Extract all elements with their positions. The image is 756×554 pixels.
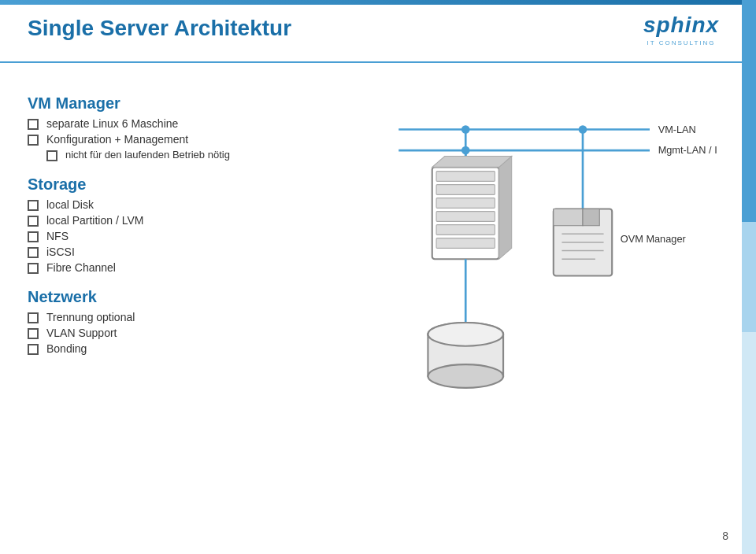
list-item: NFS xyxy=(28,230,366,242)
item-text: local Partition / LVM xyxy=(46,214,143,227)
item-text: VLAN Support xyxy=(46,327,117,339)
bullet-icon xyxy=(28,135,39,146)
item-text: Bonding xyxy=(46,342,87,355)
list-item: separate Linux 6 Maschine xyxy=(28,117,366,130)
item-text: nicht für den laufenden Betrieb nötig xyxy=(65,149,230,161)
item-text: local Disk xyxy=(46,198,94,211)
section-storage: Storage local Disk local Partition / LVM… xyxy=(28,175,366,274)
page-header: Single Server Architektur xyxy=(28,16,291,41)
list-item: iSCSI xyxy=(28,246,366,258)
svg-point-23 xyxy=(428,323,503,346)
diagram-column: VM-LAN Mgmt-LAN / IPMI xyxy=(382,71,717,523)
page-number: 8 xyxy=(722,530,728,542)
logo-subtitle: IT CONSULTING xyxy=(643,39,719,46)
bullet-icon xyxy=(28,231,39,242)
list-item: Trennung optional xyxy=(28,311,366,323)
bullet-icon xyxy=(46,150,57,161)
item-text: iSCSI xyxy=(46,246,75,258)
page-title: Single Server Architektur xyxy=(28,16,291,41)
item-text: Trennung optional xyxy=(46,311,135,323)
svg-marker-25 xyxy=(554,209,583,225)
right-bar-light xyxy=(742,332,756,554)
svg-rect-15 xyxy=(436,225,495,235)
text-column: VM Manager separate Linux 6 Maschine Kon… xyxy=(28,71,366,523)
svg-marker-18 xyxy=(432,157,512,168)
right-decorative-bars xyxy=(742,0,756,554)
storage-heading: Storage xyxy=(28,175,366,194)
bullet-icon xyxy=(28,216,39,227)
svg-marker-26 xyxy=(583,209,599,225)
bullet-icon xyxy=(28,312,39,323)
svg-rect-13 xyxy=(436,198,495,209)
svg-rect-14 xyxy=(436,212,495,222)
svg-rect-12 xyxy=(436,185,495,195)
item-text: Konfiguration + Management xyxy=(46,133,188,146)
svg-point-6 xyxy=(461,125,470,134)
bullet-icon xyxy=(28,344,39,355)
svg-text:VM-LAN: VM-LAN xyxy=(658,124,696,135)
list-item: local Disk xyxy=(28,198,366,211)
svg-rect-16 xyxy=(436,238,495,249)
bullet-icon xyxy=(28,263,39,274)
logo-area: sphinx IT CONSULTING xyxy=(630,8,732,51)
svg-rect-11 xyxy=(436,172,495,182)
list-item: Bonding xyxy=(28,342,366,355)
netzwerk-list: Trennung optional VLAN Support Bonding xyxy=(28,311,366,355)
bullet-icon xyxy=(28,200,39,211)
top-accent-bar xyxy=(0,0,756,5)
item-text: Fibre Channel xyxy=(46,261,116,274)
list-item: Konfiguration + Management xyxy=(28,133,366,146)
right-bar-dark xyxy=(742,0,756,222)
section-vm-manager: VM Manager separate Linux 6 Maschine Kon… xyxy=(28,94,366,161)
vm-manager-heading: VM Manager xyxy=(28,94,366,113)
bullet-icon xyxy=(28,247,39,258)
item-text: separate Linux 6 Maschine xyxy=(46,117,178,130)
svg-point-7 xyxy=(461,146,470,155)
svg-point-22 xyxy=(428,364,503,388)
list-item: VLAN Support xyxy=(28,327,366,339)
list-item: local Partition / LVM xyxy=(28,214,366,227)
list-item-sub: nicht für den laufenden Betrieb nötig xyxy=(28,149,366,161)
bullet-icon xyxy=(28,328,39,339)
svg-text:Mgmt-LAN / IPMI: Mgmt-LAN / IPMI xyxy=(658,144,717,156)
list-item: Fibre Channel xyxy=(28,261,366,274)
architecture-diagram: VM-LAN Mgmt-LAN / IPMI xyxy=(382,71,717,523)
section-netzwerk: Netzwerk Trennung optional VLAN Support … xyxy=(28,288,366,355)
bullet-icon xyxy=(28,119,39,130)
item-text: NFS xyxy=(46,230,69,242)
main-content: VM Manager separate Linux 6 Maschine Kon… xyxy=(28,71,717,523)
right-bar-mid xyxy=(742,222,756,333)
netzwerk-heading: Netzwerk xyxy=(28,288,366,306)
vm-manager-list: separate Linux 6 Maschine Konfiguration … xyxy=(28,117,366,161)
storage-list: local Disk local Partition / LVM NFS iSC… xyxy=(28,198,366,274)
svg-marker-17 xyxy=(499,157,512,260)
logo-text: sphinx xyxy=(643,13,719,38)
header-divider xyxy=(0,61,742,63)
svg-text:OVM Manager: OVM Manager xyxy=(621,233,687,245)
